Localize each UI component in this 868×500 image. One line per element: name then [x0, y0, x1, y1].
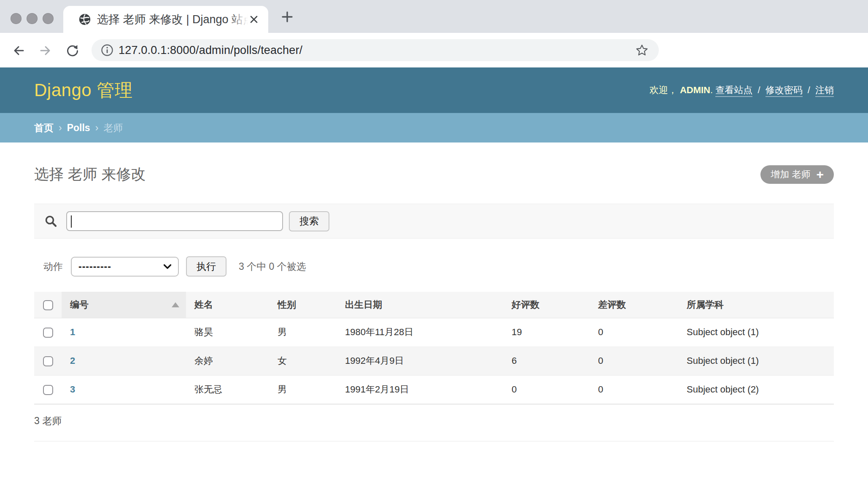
cell-birthday: 1992年4月9日	[337, 347, 503, 375]
search-input[interactable]	[66, 211, 283, 231]
text-caret	[71, 215, 72, 228]
actions-bar: 动作 --------- 执行 3 个中 0 个被选	[34, 256, 834, 277]
cell-good: 0	[503, 375, 590, 404]
paginator: 3 老师	[34, 404, 834, 441]
welcome-text: 欢迎，	[650, 85, 677, 95]
add-teacher-button[interactable]: 增加 老师 +	[760, 165, 834, 184]
cell-birthday: 1991年2月19日	[337, 375, 503, 404]
table-row: 2 余婷 女 1992年4月9日 6 0 Subject object (1)	[34, 347, 834, 375]
select-all-checkbox[interactable]	[43, 300, 53, 310]
cell-gender: 男	[269, 375, 337, 404]
cell-gender: 女	[269, 347, 337, 375]
search-icon	[44, 214, 58, 228]
globe-favicon-icon	[78, 13, 91, 26]
cell-subject: Subject object (1)	[678, 347, 834, 375]
page-title: 选择 老师 来修改	[34, 164, 146, 184]
row-checkbox[interactable]	[43, 385, 53, 395]
user-tools: 欢迎， ADMIN. 查看站点 / 修改密码 / 注销	[650, 84, 834, 97]
browser-tab-strip: 选择 老师 来修改 | Django 站点管理员	[0, 0, 868, 33]
cell-bad: 0	[590, 347, 678, 375]
breadcrumb-current: 老师	[103, 121, 123, 134]
cell-good: 19	[503, 318, 590, 347]
bookmark-star-icon[interactable]	[635, 43, 649, 57]
site-brand-link[interactable]: Django 管理	[34, 78, 132, 102]
action-counter: 3 个中 0 个被选	[239, 260, 306, 273]
window-minimize-button[interactable]	[27, 13, 38, 24]
breadcrumb-home-link[interactable]: 首页	[34, 121, 54, 134]
back-button[interactable]	[12, 44, 25, 57]
site-info-icon[interactable]	[101, 44, 113, 56]
action-go-button[interactable]: 执行	[186, 256, 226, 277]
tab-title: 选择 老师 来修改 | Django 站点管理员	[97, 6, 248, 33]
column-header-gender[interactable]: 性别	[269, 292, 337, 318]
column-header-bad[interactable]: 差评数	[590, 292, 678, 318]
search-button[interactable]: 搜索	[289, 211, 329, 231]
table-header-row: 编号 姓名 性别 出生日期 好评数 差评数 所属学科	[34, 292, 834, 318]
window-close-button[interactable]	[11, 13, 22, 24]
cell-bad: 0	[590, 375, 678, 404]
browser-tab[interactable]: 选择 老师 来修改 | Django 站点管理员	[63, 6, 268, 33]
tab-close-icon[interactable]	[249, 14, 259, 24]
chevron-down-icon	[163, 264, 172, 269]
cell-subject: Subject object (1)	[678, 318, 834, 347]
row-checkbox[interactable]	[43, 356, 53, 366]
cell-bad: 0	[590, 318, 678, 347]
cell-name: 余婷	[186, 347, 269, 375]
row-id-link[interactable]: 1	[70, 327, 75, 337]
cell-birthday: 1980年11月28日	[337, 318, 503, 347]
logout-link[interactable]: 注销	[815, 85, 834, 97]
browser-toolbar: 127.0.0.1:8000/admin/polls/teacher/ Se {…	[0, 33, 868, 67]
forward-button[interactable]	[39, 44, 52, 57]
new-tab-button[interactable]	[281, 11, 294, 23]
reload-button[interactable]	[66, 44, 79, 57]
row-id-link[interactable]: 3	[70, 384, 75, 395]
sort-ascending-icon[interactable]	[172, 302, 179, 307]
url-text: 127.0.0.1:8000/admin/polls/teacher/	[119, 39, 302, 61]
cell-good: 6	[503, 347, 590, 375]
username-text: ADMIN	[680, 85, 710, 95]
results-table: 编号 姓名 性别 出生日期 好评数 差评数 所属学科 1 骆昊 男 1980年1…	[34, 292, 834, 404]
plus-icon: +	[816, 168, 824, 181]
main-content: 选择 老师 来修改 增加 老师 + 搜索 动作 --------- 执行 3 个…	[0, 142, 868, 500]
column-header-good[interactable]: 好评数	[503, 292, 590, 318]
column-header-birthday[interactable]: 出生日期	[337, 292, 503, 318]
cell-name: 张无忌	[186, 375, 269, 404]
column-header-id[interactable]: 编号	[62, 292, 186, 318]
breadcrumb-app-link[interactable]: Polls	[67, 122, 90, 134]
cell-name: 骆昊	[186, 318, 269, 347]
admin-header: Django 管理 欢迎， ADMIN. 查看站点 / 修改密码 / 注销	[0, 67, 868, 113]
action-select[interactable]: ---------	[71, 257, 179, 277]
action-label: 动作	[43, 260, 63, 273]
row-checkbox[interactable]	[43, 328, 53, 338]
row-id-link[interactable]: 2	[70, 355, 75, 366]
breadcrumb: 首页 › Polls › 老师	[0, 113, 868, 142]
search-toolbar: 搜索	[34, 204, 834, 239]
change-password-link[interactable]: 修改密码	[766, 85, 803, 97]
column-header-name[interactable]: 姓名	[186, 292, 269, 318]
cell-subject: Subject object (2)	[678, 375, 834, 404]
column-header-subject[interactable]: 所属学科	[678, 292, 834, 318]
table-row: 3 张无忌 男 1991年2月19日 0 0 Subject object (2…	[34, 375, 834, 404]
window-zoom-button[interactable]	[43, 13, 54, 24]
view-site-link[interactable]: 查看站点	[715, 85, 752, 97]
table-row: 1 骆昊 男 1980年11月28日 19 0 Subject object (…	[34, 318, 834, 347]
cell-gender: 男	[269, 318, 337, 347]
address-bar[interactable]: 127.0.0.1:8000/admin/polls/teacher/	[92, 39, 659, 61]
